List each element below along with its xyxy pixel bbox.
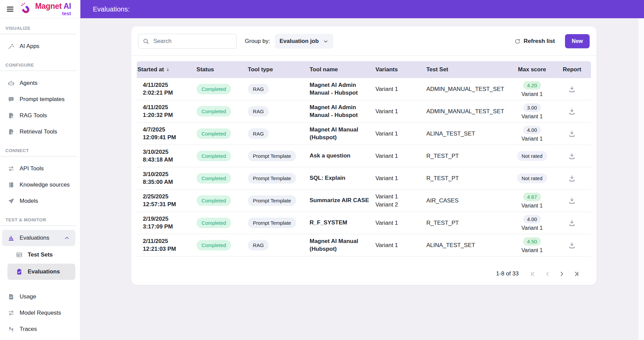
download-report-icon[interactable]	[552, 241, 591, 249]
toolbar: Group by: Evaluation job Refresh list Ne…	[131, 32, 596, 56]
sidebar-item-label: Retrieval Tools	[20, 128, 57, 135]
table-row[interactable]: 4/11/20251:20:32 PM Completed RAG Magnet…	[137, 100, 591, 123]
sidebar-item-retrieval-tools[interactable]: Retrieval Tools	[0, 124, 80, 140]
send-icon	[7, 197, 15, 205]
status-cell: Completed	[196, 128, 247, 139]
brand-env-label: test	[35, 11, 71, 16]
last-page-icon[interactable]	[569, 269, 583, 278]
download-report-icon[interactable]	[552, 85, 591, 93]
group-by-label: Group by:	[245, 38, 270, 45]
started-at-cell: 2/11/202512:21:03 PM	[137, 238, 196, 253]
next-page-icon[interactable]	[555, 269, 569, 278]
variants-cell: Variant 1	[375, 152, 426, 160]
started-at-cell: 4/7/202512:09:41 PM	[137, 126, 196, 142]
first-page-icon[interactable]	[526, 269, 540, 278]
variants-cell: Variant 1	[375, 85, 426, 93]
scrollbar[interactable]	[639, 18, 644, 340]
test-set-cell: ALINA_TEST_SET	[426, 130, 511, 137]
tool-name-cell: Ask a question	[309, 152, 375, 160]
brand-wordmark: Magnet AI	[35, 2, 71, 10]
sidebar-item-test-sets[interactable]: Test Sets	[0, 247, 80, 263]
download-report-icon[interactable]	[552, 107, 591, 115]
tool-type-cell: RAG	[247, 84, 309, 94]
table-row[interactable]: 3/10/20258:35:00 AM Completed Prompt Tem…	[137, 167, 591, 190]
table-row[interactable]: 2/11/202512:21:03 PM Completed RAG Magne…	[137, 234, 591, 257]
magnet-icon	[20, 2, 33, 16]
sidebar-item-usage[interactable]: Usage	[0, 289, 80, 305]
started-at-cell: 2/19/20253:17:09 PM	[137, 215, 196, 231]
column-header-tool-name[interactable]: Tool name	[309, 66, 375, 73]
page-title: Evaluations:	[93, 5, 130, 13]
tool-type-cell: RAG	[247, 106, 309, 117]
table-row[interactable]: 4/7/202512:09:41 PM Completed RAG Magnet…	[137, 123, 591, 145]
sidebar-item-evaluations[interactable]: Evaluations	[2, 230, 75, 246]
download-report-icon[interactable]	[552, 130, 591, 138]
sort-descending-icon[interactable]	[165, 67, 171, 72]
column-header-status[interactable]: Status	[196, 66, 247, 73]
clipboard-icon	[16, 268, 23, 275]
max-score-cell: 3.00Variant 1	[511, 103, 552, 120]
pagination-range: 1-8 of 33	[496, 270, 519, 277]
started-at-cell: 2/25/202512:57:31 PM	[137, 193, 196, 209]
sidebar-item-prompt-templates[interactable]: Prompt templates	[0, 91, 80, 107]
menu-icon[interactable]	[3, 2, 17, 16]
status-cell: Completed	[196, 151, 247, 161]
sidebar-item-label: RAG Tools	[20, 112, 47, 119]
max-score-variant: Variant 1	[521, 225, 543, 231]
tool-type-badge: RAG	[248, 84, 269, 94]
sidebar-item-models[interactable]: Models	[0, 193, 80, 209]
tool-type-badge: RAG	[248, 240, 269, 250]
sidebar-section-label: CONNECT	[0, 148, 77, 156]
column-header-started-at[interactable]: Started at	[137, 66, 196, 73]
grid-icon	[16, 251, 23, 259]
max-score-variant: Variant 1	[521, 114, 543, 120]
top-bar: Magnet AI test Evaluations:	[0, 0, 644, 18]
refresh-list-label: Refresh list	[524, 38, 555, 45]
search-box[interactable]	[138, 34, 237, 49]
sidebar-item-traces[interactable]: Traces	[0, 321, 80, 337]
sidebar-item-agents[interactable]: Agents	[0, 75, 80, 91]
test-set-cell: ALINA_TEST_SET	[426, 242, 511, 249]
tool-type-cell: Prompt Template	[247, 173, 309, 184]
max-score-cell: Not rated	[511, 151, 552, 161]
download-report-icon[interactable]	[552, 219, 591, 227]
max-score-variant: Variant 1	[521, 203, 543, 209]
column-header-test-set[interactable]: Test Set	[426, 66, 511, 73]
status-badge: Completed	[197, 173, 231, 184]
sidebar-item-evaluations-list[interactable]: Evaluations	[7, 264, 75, 280]
column-header-variants[interactable]: Variants	[375, 66, 426, 73]
previous-page-icon[interactable]	[540, 269, 555, 278]
max-score-badge: 4.00	[523, 215, 541, 223]
column-header-report[interactable]: Report	[552, 66, 591, 73]
table-row[interactable]: 2/25/202512:57:31 PM Completed Prompt Te…	[137, 190, 591, 212]
evaluations-card: Group by: Evaluation job Refresh list Ne…	[131, 26, 596, 285]
status-cell: Completed	[196, 195, 247, 206]
table-row[interactable]: 2/19/20253:17:09 PM Completed Prompt Tem…	[137, 212, 591, 234]
sidebar-item-api-tools[interactable]: API Tools	[0, 161, 80, 177]
table-body: 4/11/20252:02:21 PM Completed RAG Magnet…	[137, 78, 591, 257]
sidebar-item-knowledge-sources[interactable]: Knowledge sources	[0, 177, 80, 193]
sidebar-item-model-requests[interactable]: Model Requests	[0, 305, 80, 321]
column-header-max-score[interactable]: Max score	[511, 66, 552, 73]
sidebar-item-jobs[interactable]: Jobs	[0, 337, 80, 340]
status-cell: Completed	[196, 84, 247, 94]
test-set-cell: R_TEST_PT	[426, 175, 511, 182]
sidebar-item-ai-apps[interactable]: AI Apps	[0, 38, 80, 54]
download-report-icon[interactable]	[552, 174, 591, 182]
max-score-cell: 4.00Variant 1	[511, 215, 552, 231]
sidebar-item-label: Agents	[20, 80, 37, 87]
chevron-up-icon[interactable]	[64, 235, 70, 241]
group-by-select[interactable]: Evaluation job	[275, 34, 333, 49]
search-input[interactable]	[153, 38, 232, 45]
download-report-icon[interactable]	[552, 152, 591, 160]
new-button[interactable]: New	[565, 34, 590, 48]
refresh-list-button[interactable]: Refresh list	[514, 38, 555, 45]
sidebar-item-rag-tools[interactable]: RAG Tools	[0, 107, 80, 124]
tool-type-cell: Prompt Template	[247, 195, 309, 206]
download-report-icon[interactable]	[552, 197, 591, 204]
column-header-tool-type[interactable]: Tool type	[247, 66, 309, 73]
table-row[interactable]: 4/11/20252:02:21 PM Completed RAG Magnet…	[137, 78, 591, 100]
tool-type-badge: Prompt Template	[248, 195, 296, 206]
table-row[interactable]: 3/10/20258:43:18 AM Completed Prompt Tem…	[137, 145, 591, 167]
max-score-badge: 3.00	[523, 103, 541, 112]
